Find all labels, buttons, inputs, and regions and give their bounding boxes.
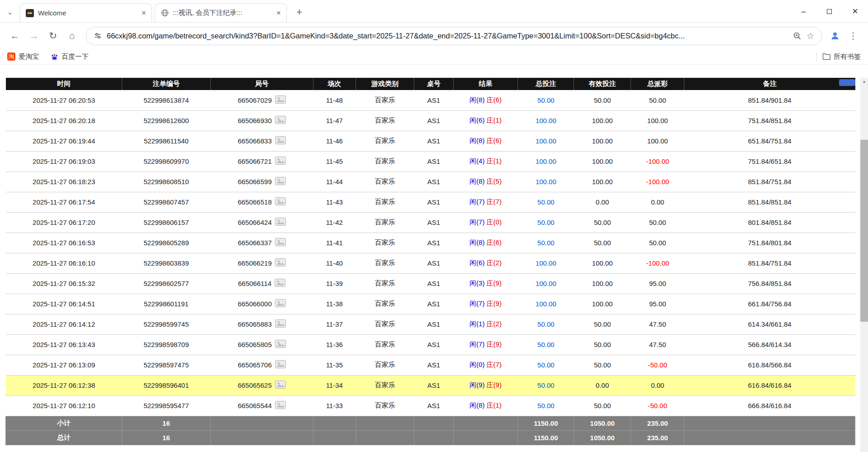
bookmark-baidu[interactable]: 百度一下	[51, 52, 89, 61]
cell-round: 665066930	[210, 110, 313, 131]
refresh-button[interactable]: ↻	[43, 26, 62, 45]
bet-row[interactable]: 2025-11-27 06:20:53522998613874665067029…	[6, 90, 855, 110]
back-button[interactable]: ←	[5, 26, 24, 45]
cell-round: 665066833	[210, 131, 313, 151]
cell-table-no: AS1	[414, 212, 453, 233]
cell-note: 661.84/756.84	[684, 294, 855, 314]
url-bar[interactable]: 66cxkj98.com/game/betrecord_search/kind3…	[86, 27, 822, 45]
cell-session: 11-42	[313, 212, 356, 233]
tab-close-icon[interactable]: ×	[276, 9, 281, 17]
cell-table-no: AS1	[414, 355, 453, 375]
cell-payout: 100.00	[631, 131, 684, 151]
bet-row[interactable]: 2025-11-27 06:15:32522998602577665066114…	[6, 273, 855, 294]
cell-payout: -100.00	[631, 171, 684, 192]
round-image-icon[interactable]	[275, 157, 286, 166]
bet-row[interactable]: 2025-11-27 06:13:43522998598709665065805…	[6, 334, 855, 355]
bet-row[interactable]: 2025-11-27 06:14:12522998599745665065883…	[6, 314, 855, 334]
cell-total-bet: 50.00	[518, 334, 574, 355]
round-image-icon[interactable]	[275, 238, 286, 247]
round-image-icon[interactable]	[275, 95, 286, 105]
cell-valid-bet: 0.00	[574, 192, 631, 212]
tab-close-icon[interactable]: ×	[142, 9, 146, 17]
scrollbar[interactable]: ▲ ▼	[860, 78, 868, 452]
total-bet-link[interactable]: 50.00	[537, 198, 555, 206]
taobao-icon: 淘	[7, 52, 15, 61]
round-image-icon[interactable]	[275, 136, 286, 146]
summary-empty-cell	[210, 430, 313, 445]
total-bet-link[interactable]: 100.00	[536, 157, 556, 165]
cell-time: 2025-11-27 06:12:38	[6, 375, 122, 395]
cell-payout: 0.00	[631, 192, 684, 212]
maximize-button[interactable]	[816, 0, 842, 23]
total-bet-link[interactable]: 100.00	[536, 117, 556, 124]
round-image-icon[interactable]	[275, 299, 286, 309]
tab-welcome[interactable]: Welcome ×	[20, 3, 152, 22]
forward-button[interactable]: →	[24, 26, 43, 45]
round-image-icon[interactable]	[275, 401, 286, 410]
close-button[interactable]: ×	[842, 0, 868, 23]
total-bet-link[interactable]: 100.00	[536, 178, 556, 186]
round-image-icon[interactable]	[275, 177, 286, 186]
cell-bet-id: 522998608510	[122, 171, 210, 192]
bet-row[interactable]: 2025-11-27 06:13:09522998597475665065706…	[6, 355, 855, 375]
round-image-icon[interactable]	[275, 258, 286, 268]
scroll-up-icon[interactable]: ▲	[860, 78, 868, 86]
total-bet-link[interactable]: 100.00	[536, 259, 556, 267]
tab-search-button[interactable]: ⌄	[3, 2, 17, 22]
column-header: 总派彩	[631, 78, 684, 90]
cell-payout: 47.50	[631, 314, 684, 334]
round-image-icon[interactable]	[275, 340, 286, 349]
total-bet-link[interactable]: 50.00	[537, 402, 555, 409]
cell-game-type: 百家乐	[356, 314, 414, 334]
bet-row[interactable]: 2025-11-27 06:12:38522998596401665065625…	[6, 375, 855, 395]
bet-row[interactable]: 2025-11-27 06:12:10522998595477665065544…	[6, 395, 855, 416]
bet-row[interactable]: 2025-11-27 06:19:44522998611540665066833…	[6, 131, 855, 151]
bookmark-label: 百度一下	[62, 52, 89, 61]
minimize-button[interactable]: –	[791, 0, 816, 23]
cell-game-type: 百家乐	[356, 395, 414, 416]
cell-game-type: 百家乐	[356, 192, 414, 212]
profile-avatar-icon[interactable]	[826, 27, 844, 44]
cell-total-bet: 100.00	[518, 131, 574, 151]
total-bet-link[interactable]: 50.00	[537, 381, 555, 389]
round-image-icon[interactable]	[275, 381, 286, 390]
round-image-icon[interactable]	[275, 319, 286, 329]
all-bookmarks-button[interactable]: 所有书签	[822, 52, 861, 61]
round-image-icon[interactable]	[275, 197, 286, 207]
browser-chrome: ⌄ Welcome × :::视讯, 会员下注纪录::: × + – × ← →…	[0, 0, 868, 65]
total-bet-link[interactable]: 50.00	[537, 219, 555, 226]
bet-row[interactable]: 2025-11-27 06:14:51522998601191665066000…	[6, 294, 855, 314]
round-image-icon[interactable]	[275, 279, 285, 288]
bookmark-star-icon[interactable]: ☆	[806, 31, 814, 41]
site-info-icon[interactable]	[94, 32, 102, 40]
bet-row[interactable]: 2025-11-27 06:20:18522998612600665066930…	[6, 110, 855, 131]
cell-result: 闲(3) 庄(9)	[453, 273, 518, 294]
home-button[interactable]: ⌂	[62, 26, 81, 45]
round-image-icon[interactable]	[275, 116, 286, 125]
total-bet-link[interactable]: 50.00	[537, 320, 555, 328]
summary-row: 总计161150.001050.00235.00	[6, 430, 855, 445]
bet-row[interactable]: 2025-11-27 06:16:10522998603839665066219…	[6, 253, 855, 273]
total-bet-link[interactable]: 50.00	[537, 96, 555, 104]
zoom-icon[interactable]	[793, 32, 802, 40]
total-bet-link[interactable]: 100.00	[536, 137, 556, 145]
bet-row[interactable]: 2025-11-27 06:16:53522998605289665066337…	[6, 233, 855, 253]
bet-row[interactable]: 2025-11-27 06:17:20522998606157665066424…	[6, 212, 855, 233]
round-image-icon[interactable]	[275, 218, 286, 227]
scrollbar-thumb[interactable]	[860, 140, 868, 322]
cell-session: 11-44	[313, 171, 356, 192]
tab-bet-record[interactable]: :::视讯, 会员下注纪录::: ×	[155, 3, 287, 22]
partially-visible-button[interactable]	[839, 79, 855, 86]
total-bet-link[interactable]: 50.00	[537, 239, 555, 247]
bet-row[interactable]: 2025-11-27 06:19:03522998609970665066721…	[6, 151, 855, 171]
total-bet-link[interactable]: 100.00	[536, 300, 556, 308]
total-bet-link[interactable]: 100.00	[536, 280, 556, 287]
total-bet-link[interactable]: 50.00	[537, 341, 555, 348]
total-bet-link[interactable]: 50.00	[537, 361, 555, 369]
bet-row[interactable]: 2025-11-27 06:18:23522998608510665066599…	[6, 171, 855, 192]
bet-row[interactable]: 2025-11-27 06:17:54522998607457665066518…	[6, 192, 855, 212]
new-tab-button[interactable]: +	[291, 4, 308, 20]
round-image-icon[interactable]	[275, 360, 286, 370]
bookmark-taobao[interactable]: 淘 爱淘宝	[7, 52, 39, 61]
menu-button[interactable]: ⋮	[844, 26, 863, 45]
